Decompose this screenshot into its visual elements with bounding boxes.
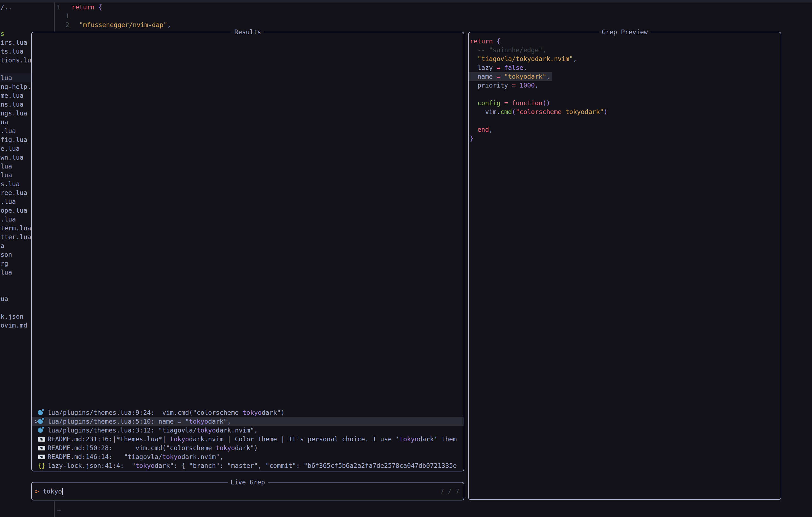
line-number: 1 (65, 11, 69, 21)
preview-code-line: return { (470, 37, 500, 46)
file-tree-item[interactable]: s.lua (1, 179, 20, 188)
file-tree-item[interactable]: ope.lua (1, 206, 27, 215)
file-tree-item[interactable]: .lua (1, 197, 16, 206)
file-tree-item[interactable]: e.lua (1, 144, 20, 153)
file-tree-item-current[interactable]: lua (0, 74, 31, 82)
file-tree-item[interactable]: ng-help. (1, 82, 31, 91)
file-tree-item[interactable]: tions.lu (1, 56, 31, 65)
prompt-row[interactable]: > tokyo 7 / 7 (32, 483, 464, 500)
line-number: 2 (65, 21, 69, 29)
preview-code-line: "tiagovla/tokyodark.nvim", (470, 54, 577, 63)
file-tree-item[interactable]: .lua (1, 126, 16, 135)
lua-file-icon (38, 410, 43, 415)
file-tree-item[interactable]: k.json (1, 312, 24, 321)
preview-code-line: vim.cmd("colorscheme tokyodark") (470, 108, 608, 116)
result-row-selected[interactable]: > lua/plugins/themes.lua:5:10: name = "t… (32, 417, 464, 426)
file-tree-item[interactable]: ua (1, 294, 8, 303)
file-tree-item[interactable]: rg (1, 259, 8, 268)
json-file-icon: {} (38, 461, 46, 470)
live-grep-prompt-panel: Live Grep > tokyo 7 / 7 (31, 482, 464, 500)
file-tree-item[interactable]: ns.lua (1, 100, 24, 109)
text-cursor (62, 488, 63, 495)
prompt-prefix-icon: > (35, 487, 39, 496)
window-separator (54, 501, 55, 517)
empty-line-indicator: ~ (57, 506, 61, 515)
preview-code-line: priority = 1000, (470, 81, 539, 90)
file-tree-item[interactable]: ts.lua (1, 47, 24, 56)
file-tree-item[interactable]: lua (1, 171, 12, 179)
file-tree-item[interactable]: ua (1, 118, 8, 126)
preview-code-line-highlighted: name = "tokyodark", (469, 72, 552, 81)
file-tree-item[interactable]: a (1, 241, 4, 250)
explorer-parent-dir[interactable]: /.. (1, 3, 12, 11)
results-panel: Results lua/plugins/themes.lua:9:24: vim… (31, 32, 464, 471)
file-tree-item[interactable]: .lua (1, 215, 16, 224)
file-tree-item[interactable]: ovim.md (1, 321, 27, 330)
markdown-file-icon: M↓ (38, 437, 45, 441)
file-tree-item[interactable]: son (1, 250, 12, 259)
file-tree-item[interactable]: tter.lua (1, 233, 31, 241)
file-tree-item[interactable]: irs.lua (1, 38, 27, 47)
file-tree-item[interactable]: ngs.lua (1, 109, 27, 118)
preview-code-line: end, (470, 125, 493, 134)
result-row[interactable]: lua/plugins/themes.lua:3:12: "tiagovla/t… (32, 426, 464, 435)
code-line[interactable]: "mfussenegger/nvim-dap", (79, 21, 171, 29)
result-row[interactable]: {} lazy-lock.json:41:4: "tokyodark": { "… (32, 461, 464, 470)
result-row[interactable]: lua/plugins/themes.lua:9:24: vim.cmd("co… (32, 408, 464, 417)
file-tree-item[interactable]: wn.lua (1, 153, 24, 162)
result-counter: 7 / 7 (440, 487, 459, 496)
markdown-file-icon: M↓ (38, 455, 45, 459)
file-tree-item[interactable]: term.lua (1, 224, 31, 233)
lua-file-icon (38, 428, 43, 433)
file-tree-item[interactable]: lua (1, 268, 12, 277)
file-tree-item[interactable]: s (1, 29, 4, 38)
markdown-file-icon: M↓ (38, 446, 45, 451)
grep-preview-panel: Grep Preview return { -- "sainnhe/edge",… (468, 32, 781, 500)
preview-code-line: } (470, 134, 474, 143)
preview-code-line: -- "sainnhe/edge", (470, 46, 546, 54)
tabline (0, 0, 812, 2)
file-tree-item[interactable]: me.lua (1, 91, 24, 100)
search-input[interactable]: tokyo (43, 487, 63, 496)
line-number: 1 (57, 3, 60, 11)
neovim-screen: /.. s irs.lua ts.lua tions.lu lua ng-hel… (0, 0, 812, 517)
window-separator (54, 2, 55, 32)
file-tree-item[interactable]: ree.lua (1, 188, 27, 197)
preview-code-line: lazy = false, (470, 63, 527, 72)
preview-code-line: config = function() (470, 98, 550, 108)
grep-preview-title: Grep Preview (599, 28, 650, 36)
results-panel-title: Results (232, 28, 264, 36)
result-row[interactable]: M↓ README.md:146:14: "tiagovla/tokyodark… (32, 452, 464, 461)
file-tree-item[interactable]: lua (1, 162, 12, 171)
code-line[interactable]: return { (71, 3, 102, 11)
file-tree-item[interactable]: fig.lua (1, 135, 27, 144)
result-row[interactable]: M↓ README.md:231:16:|*themes.lua*| tokyo… (32, 435, 464, 443)
result-row[interactable]: M↓ README.md:150:28: vim.cmd("colorschem… (32, 443, 464, 452)
lua-file-icon (38, 419, 43, 424)
